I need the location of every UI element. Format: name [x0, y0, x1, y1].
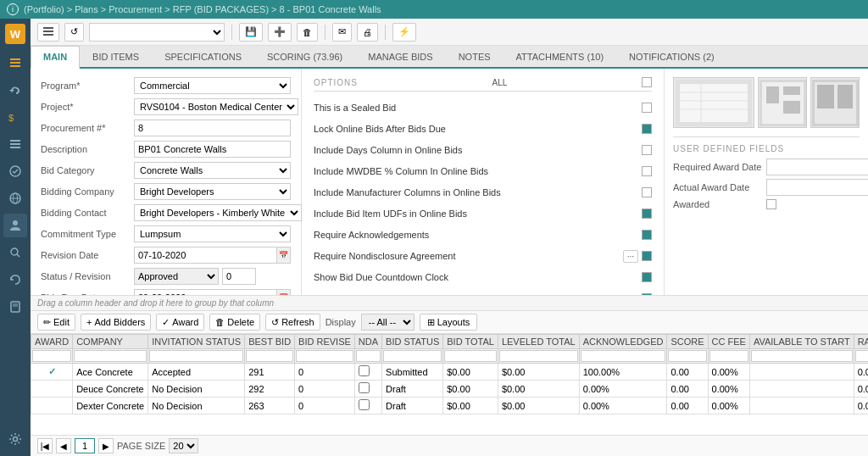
- filter-score-input[interactable]: [668, 350, 706, 362]
- option-lock-online-checkbox[interactable]: [642, 124, 652, 134]
- tab-notes[interactable]: NOTES: [446, 46, 504, 67]
- awarded-checkbox[interactable]: [766, 199, 776, 209]
- filter-invitation-input[interactable]: [149, 350, 243, 362]
- sidebar-item-check[interactable]: [3, 159, 27, 183]
- filter-nda-input[interactable]: [356, 350, 381, 362]
- sidebar-item-undo[interactable]: [3, 78, 27, 102]
- nda-checkbox[interactable]: [359, 382, 370, 393]
- toolbar-undo-btn[interactable]: ↺: [64, 23, 84, 42]
- actual-award-date-input[interactable]: [766, 179, 868, 196]
- filter-bid-total-input[interactable]: [444, 350, 497, 362]
- bids-due-date-cal-btn[interactable]: 📅: [277, 289, 291, 295]
- filter-best-bid-input[interactable]: [246, 350, 293, 362]
- tab-bar: MAIN BID ITEMS SPECIFICATIONS SCORING (7…: [31, 46, 868, 69]
- sidebar-item-settings[interactable]: [3, 427, 27, 451]
- bid-category-row: Bid Category Concrete Walls: [41, 162, 291, 179]
- revision-date-input[interactable]: [134, 247, 277, 264]
- sidebar-item-globe[interactable]: [3, 186, 27, 210]
- sidebar-item-list[interactable]: [3, 132, 27, 156]
- filter-award-input[interactable]: [32, 350, 71, 362]
- option-manufacturer-checkbox[interactable]: [642, 187, 652, 197]
- filter-leveled-input[interactable]: [499, 350, 578, 362]
- table-row[interactable]: Deuce ConcreteNo Decision2920Draft$0.00$…: [31, 381, 869, 398]
- delete-icon: 🗑: [215, 317, 225, 327]
- option-sealed-bid-checkbox[interactable]: [642, 103, 652, 113]
- option-include-days-checkbox[interactable]: [642, 145, 652, 155]
- nondisclosure-ellipsis-btn[interactable]: ···: [623, 250, 638, 263]
- tab-specifications[interactable]: SPECIFICATIONS: [152, 46, 254, 67]
- option-udfs-checkbox[interactable]: [642, 209, 652, 219]
- page-input[interactable]: [75, 438, 95, 453]
- filter-revise-input[interactable]: [296, 350, 353, 362]
- tab-main[interactable]: MAIN: [31, 46, 80, 69]
- bidding-company-select[interactable]: Bright Developers: [134, 183, 291, 200]
- sidebar-item-history[interactable]: [3, 268, 27, 292]
- option-mwdbe-checkbox[interactable]: [642, 166, 652, 176]
- status-revision-input[interactable]: [222, 268, 256, 285]
- col-rating: RATING: [854, 335, 868, 349]
- page-size-select[interactable]: 20: [169, 438, 198, 453]
- project-select[interactable]: RVS0104 - Boston Medical Center: [134, 98, 298, 115]
- sidebar-item-user[interactable]: [3, 214, 27, 237]
- award-btn[interactable]: ✓ Award: [156, 314, 204, 331]
- option-nondisclosure-checkbox[interactable]: [642, 251, 652, 261]
- delete-table-btn[interactable]: 🗑 Delete: [209, 314, 260, 331]
- status-select[interactable]: Approved: [134, 268, 219, 285]
- option-include-days-label: Include Days Column in Online Bids: [314, 145, 642, 155]
- filter-available-input[interactable]: [751, 350, 853, 362]
- tab-manage-bids[interactable]: MANAGE BIDS: [355, 46, 445, 67]
- prev-page-btn[interactable]: ◀: [56, 438, 71, 453]
- record-dropdown[interactable]: 8 - BP01 Concrete Walls: [89, 23, 225, 42]
- sidebar-item-book[interactable]: [3, 295, 27, 319]
- filter-cc-fee-input[interactable]: [709, 350, 748, 362]
- bidding-contact-select[interactable]: Bright Developers - Kimberly White: [134, 204, 302, 221]
- nda-checkbox[interactable]: [359, 365, 370, 376]
- required-award-date-input[interactable]: [766, 158, 868, 175]
- table-row[interactable]: ✓Ace ConcreteAccepted2910Submitted$0.00$…: [31, 364, 869, 381]
- print-btn[interactable]: 🖨: [357, 23, 378, 42]
- all-checkbox[interactable]: [642, 77, 652, 87]
- svg-rect-0: [10, 58, 20, 60]
- commitment-type-select[interactable]: Lumpsum: [134, 225, 291, 242]
- revision-date-cal-btn[interactable]: 📅: [277, 247, 291, 264]
- sidebar-item-dollar[interactable]: $: [3, 105, 27, 129]
- add-bidders-btn[interactable]: + Add Bidders: [81, 314, 151, 331]
- bids-due-date-input[interactable]: [134, 289, 277, 295]
- next-page-btn[interactable]: ▶: [98, 438, 114, 453]
- tab-scoring[interactable]: SCORING (73.96): [254, 46, 355, 67]
- toolbar-list-btn[interactable]: [37, 23, 59, 42]
- tab-notifications[interactable]: NOTIFICATIONS (2): [616, 46, 727, 67]
- svg-rect-34: [817, 85, 834, 108]
- filter-company-input[interactable]: [74, 350, 147, 362]
- email-btn[interactable]: ✉: [332, 23, 352, 42]
- table-scroll[interactable]: AWARD COMPANY INVITATION STATUS BEST BID…: [31, 334, 868, 435]
- layouts-btn[interactable]: ⊞ Layouts: [420, 314, 478, 331]
- save-btn[interactable]: 💾: [239, 23, 263, 42]
- nda-checkbox[interactable]: [359, 399, 370, 410]
- refresh-btn[interactable]: ↺ Refresh: [265, 314, 320, 331]
- option-acknowledgements-checkbox[interactable]: [642, 230, 652, 240]
- filter-rating-input[interactable]: [855, 350, 868, 362]
- col-award: AWARD: [31, 335, 73, 349]
- tab-attachments[interactable]: ATTACHMENTS (10): [504, 46, 617, 67]
- display-select[interactable]: -- All --: [361, 314, 415, 331]
- sidebar-item-search[interactable]: [3, 241, 27, 264]
- table-row[interactable]: Dexter ConcreteNo Decision2630Draft$0.00…: [31, 398, 869, 414]
- option-lock-online: Lock Online Bids After Bids Due: [314, 120, 652, 137]
- delete-btn[interactable]: 🗑: [297, 23, 318, 42]
- table-cell: 0.0: [854, 398, 868, 414]
- sidebar-item-home[interactable]: [3, 51, 27, 75]
- lightning-btn[interactable]: ⚡: [392, 23, 416, 42]
- tab-bid-items[interactable]: BID ITEMS: [80, 46, 152, 67]
- description-input[interactable]: [134, 141, 291, 158]
- bid-category-select[interactable]: Concrete Walls: [134, 162, 291, 179]
- add-btn[interactable]: ➕: [268, 23, 292, 42]
- filter-acknowledged-input[interactable]: [581, 350, 666, 362]
- edit-btn[interactable]: ✏ Edit: [37, 314, 75, 331]
- filter-bid-status-input[interactable]: [383, 350, 442, 362]
- table-cell: ✓: [31, 364, 73, 381]
- option-countdown-checkbox[interactable]: [642, 272, 652, 282]
- procurement-input[interactable]: [134, 120, 291, 136]
- first-page-btn[interactable]: |◀: [37, 438, 53, 453]
- program-select[interactable]: Commercial: [134, 77, 291, 94]
